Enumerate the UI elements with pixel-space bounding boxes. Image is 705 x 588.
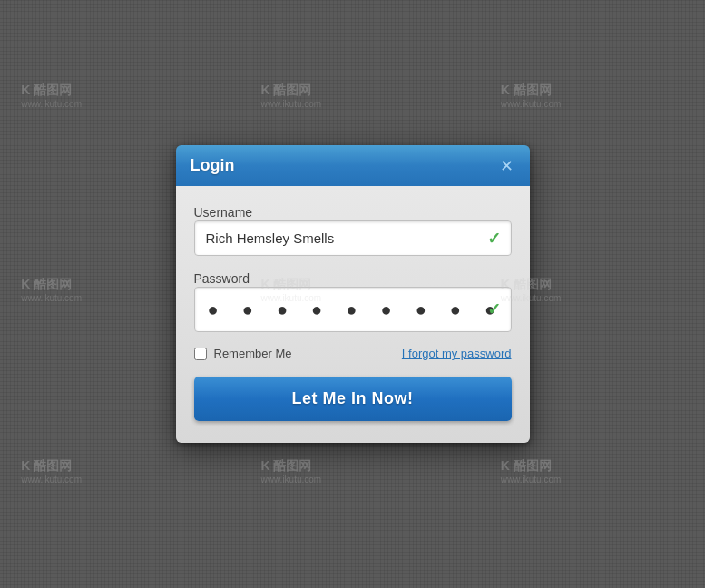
watermark-logo: K 酷图网 — [21, 458, 82, 475]
password-valid-icon: ✓ — [487, 299, 501, 319]
dialog-header: Login ✕ — [176, 145, 530, 186]
username-label: Username — [194, 205, 253, 220]
remember-me-label: Remember Me — [214, 347, 292, 360]
submit-button[interactable]: Let Me In Now! — [194, 377, 512, 421]
watermark-logo: K 酷图网 — [21, 277, 82, 293]
username-valid-icon: ✓ — [487, 229, 501, 249]
login-dialog: Login ✕ Username ✓ Password ● ● ● ● ● ● … — [176, 145, 530, 443]
watermark-logo: K 酷图网 — [501, 458, 562, 475]
watermark-url: www.ikutu.com — [260, 475, 321, 485]
watermark-url: www.ikutu.com — [260, 99, 321, 109]
options-row: Remember Me I forgot my password — [194, 347, 512, 360]
watermark-url: www.ikutu.com — [501, 99, 562, 109]
watermark-url: www.ikutu.com — [21, 293, 82, 303]
username-field-wrapper: ✓ — [194, 220, 512, 256]
dialog-title: Login — [191, 156, 235, 175]
remember-me-checkbox[interactable] — [194, 348, 207, 360]
watermark-logo: K 酷图网 — [21, 83, 82, 99]
watermark-url: www.ikutu.com — [21, 99, 82, 109]
watermark-url: www.ikutu.com — [21, 475, 82, 485]
dialog-body: Username ✓ Password ● ● ● ● ● ● ● ● ● ✓ … — [176, 186, 530, 443]
watermark-url: www.ikutu.com — [501, 475, 562, 485]
forgot-password-link[interactable]: I forgot my password — [402, 347, 512, 360]
close-button[interactable]: ✕ — [498, 158, 515, 174]
watermark-logo: K 酷图网 — [260, 83, 321, 99]
remember-me-container: Remember Me — [194, 347, 292, 360]
watermark-logo: K 酷图网 — [260, 458, 321, 475]
password-field-wrapper: ● ● ● ● ● ● ● ● ● ✓ — [194, 287, 512, 332]
username-input[interactable] — [194, 220, 512, 256]
password-dots-display: ● ● ● ● ● ● ● ● ● — [194, 287, 512, 332]
watermark-logo: K 酷图网 — [501, 83, 562, 99]
password-label: Password — [194, 271, 250, 286]
